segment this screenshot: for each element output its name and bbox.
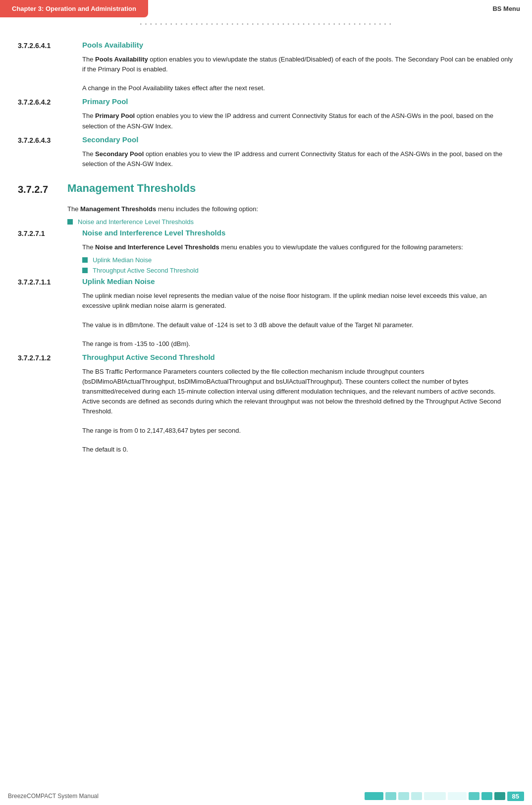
footer-block-1 [365,792,383,800]
page-footer: BreezeCOMPACT System Manual 85 [0,787,532,805]
section-num-3-7-2-6-4-1: 3.7.2.6.4.1 [18,41,82,50]
bullet-icon-uplink [82,257,88,263]
page-header: Chapter 3: Operation and Administration … [0,0,532,17]
bullet-icon-noise [67,219,73,225]
pools-avail-para1: The Pools Availability option enables yo… [82,55,514,74]
footer-block-6 [448,792,467,800]
section-num-mgmt: 3.7.2.7 [18,182,67,195]
section-content-noise: Noise and Interference Level Thresholds [82,229,514,237]
section-3-7-2-7-1-2: 3.7.2.7.1.2 Throughput Active Second Thr… [18,353,514,362]
uplink-para2: The value is in dBm/tone. The default va… [82,320,514,330]
footer-block-7 [469,792,479,800]
throughput-para3: The default is 0. [82,445,514,455]
main-content: 3.7.2.6.4.1 Pools Availability The Pools… [0,27,532,467]
section-content-uplink: Uplink Median Noise [82,277,514,286]
section-num-primary-pool: 3.7.2.6.4.2 [18,97,82,106]
section-num-secondary-pool: 3.7.2.6.4.3 [18,135,82,144]
link-noise-thresholds[interactable]: Noise and Interference Level Thresholds [78,218,194,226]
section-num-uplink: 3.7.2.7.1.1 [18,277,82,286]
section-3-7-2-7: 3.7.2.7 Management Thresholds [18,182,514,195]
header-chapter: Chapter 3: Operation and Administration [0,0,148,17]
dot-separator: • • • • • • • • • • • • • • • • • • • • … [0,17,532,27]
section-title-pools-avail: Pools Availability [82,41,143,49]
section-title-mgmt: Management Thresholds [67,182,196,195]
noise-bullet-2: Throughput Active Second Threshold [82,267,514,274]
section-content-pools-avail: Pools Availability [82,41,514,49]
section-num-noise: 3.7.2.7.1 [18,229,82,237]
primary-pool-para1: The Primary Pool option enables you to v… [82,111,514,131]
section-title-primary-pool: Primary Pool [82,97,128,106]
header-section: BS Menu [480,0,532,17]
link-uplink-median-noise[interactable]: Uplink Median Noise [93,256,152,264]
section-content-throughput: Throughput Active Second Threshold [82,353,514,361]
pools-avail-para2: A change in the Pool Availability takes … [82,83,514,93]
throughput-para1: The BS Traffic Performance Parameters co… [82,367,514,417]
section-3-7-2-7-1-1: 3.7.2.7.1.1 Uplink Median Noise [18,277,514,286]
secondary-pool-para1: The Secondary Pool option enables you to… [82,149,514,169]
throughput-para2: The range is from 0 to 2,147,483,647 byt… [82,426,514,436]
noise-intro: The Noise and Interference Level Thresho… [82,242,514,252]
uplink-para3: The range is from -135 to -100 (dBm). [82,339,514,349]
section-content-primary-pool: Primary Pool [82,97,514,106]
noise-bullet-1: Uplink Median Noise [82,256,514,264]
footer-block-9 [494,792,505,800]
bullet-icon-throughput [82,268,88,273]
page-number: 85 [507,792,524,801]
section-title-noise: Noise and Interference Level Thresholds [82,229,225,237]
footer-block-3 [398,792,409,800]
section-3-7-2-6-4-3: 3.7.2.6.4.3 Secondary Pool [18,135,514,144]
section-title-uplink: Uplink Median Noise [82,277,155,286]
uplink-para1: The uplink median noise level represents… [82,291,514,311]
link-throughput-active[interactable]: Throughput Active Second Threshold [93,267,199,274]
footer-title: BreezeCOMPACT System Manual [8,793,99,800]
footer-block-4 [411,792,422,800]
section-content-secondary-pool: Secondary Pool [82,135,514,144]
footer-color-blocks: 85 [365,792,524,801]
section-title-secondary-pool: Secondary Pool [82,135,138,144]
footer-block-8 [481,792,492,800]
section-num-throughput: 3.7.2.7.1.2 [18,353,82,362]
mgmt-bullet-1: Noise and Interference Level Thresholds [67,218,514,226]
section-3-7-2-6-4-1: 3.7.2.6.4.1 Pools Availability [18,41,514,50]
section-3-7-2-6-4-2: 3.7.2.6.4.2 Primary Pool [18,97,514,106]
section-3-7-2-7-1: 3.7.2.7.1 Noise and Interference Level T… [18,229,514,237]
footer-block-5 [424,792,446,800]
footer-block-2 [385,792,396,800]
mgmt-intro: The Management Thresholds menu includes … [67,204,514,214]
section-title-throughput: Throughput Active Second Threshold [82,353,215,361]
